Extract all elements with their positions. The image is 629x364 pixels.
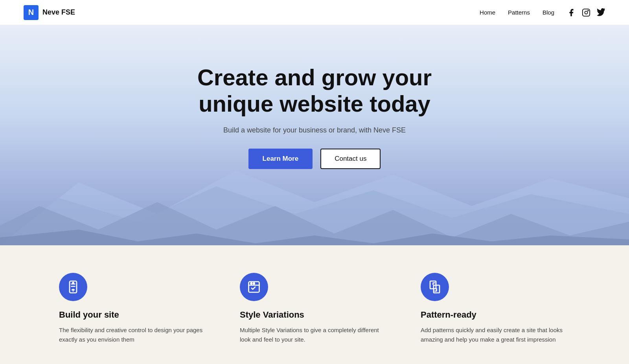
social-icons xyxy=(567,8,605,17)
twitter-icon[interactable] xyxy=(597,8,605,17)
pattern-icon xyxy=(428,280,442,294)
svg-point-1 xyxy=(585,11,587,14)
site-title: Neve FSE xyxy=(42,8,75,17)
hero-content: Create and grow your unique website toda… xyxy=(177,64,452,169)
svg-point-10 xyxy=(73,282,74,283)
contact-us-button[interactable]: Contact us xyxy=(320,149,381,169)
nav-patterns[interactable]: Patterns xyxy=(508,9,530,16)
features-section: Build your site The flexibility and crea… xyxy=(0,245,629,364)
feature-desc-style: Multiple Style Variations to give a comp… xyxy=(240,325,389,344)
feature-title-style: Style Variations xyxy=(240,310,389,320)
svg-rect-0 xyxy=(583,9,590,16)
hero-subtitle: Build a website for your business or bra… xyxy=(177,126,452,134)
nav-area: Home Patterns Blog xyxy=(480,8,605,17)
build-icon xyxy=(66,280,80,294)
learn-more-button[interactable]: Learn More xyxy=(248,149,313,169)
hero-title: Create and grow your unique website toda… xyxy=(177,64,452,117)
nav-home[interactable]: Home xyxy=(480,9,495,16)
hero-buttons: Learn More Contact us xyxy=(177,149,452,169)
header: N Neve FSE Home Patterns Blog xyxy=(0,0,629,25)
logo-area: N Neve FSE xyxy=(24,5,75,20)
feature-desc-pattern: Add patterns quickly and easily create a… xyxy=(421,325,570,344)
hero-section: Create and grow your unique website toda… xyxy=(0,25,629,245)
feature-title-pattern: Pattern-ready xyxy=(421,310,570,320)
style-icon-circle xyxy=(240,273,268,301)
feature-card-style: Style Variations Multiple Style Variatio… xyxy=(240,273,389,344)
feature-card-pattern: Pattern-ready Add patterns quickly and e… xyxy=(421,273,570,344)
feature-desc-build: The flexibility and creative control to … xyxy=(59,325,208,344)
svg-point-2 xyxy=(588,10,589,11)
pattern-icon-circle xyxy=(421,273,449,301)
feature-card-build: Build your site The flexibility and crea… xyxy=(59,273,208,344)
build-icon-circle xyxy=(59,273,87,301)
feature-title-build: Build your site xyxy=(59,310,208,320)
style-icon xyxy=(247,280,261,294)
nav-blog[interactable]: Blog xyxy=(543,9,554,16)
facebook-icon[interactable] xyxy=(567,8,576,17)
logo-letter: N xyxy=(28,8,34,17)
svg-point-14 xyxy=(253,283,255,284)
svg-point-13 xyxy=(250,283,252,284)
instagram-icon[interactable] xyxy=(582,8,590,17)
logo-box: N xyxy=(24,5,39,20)
